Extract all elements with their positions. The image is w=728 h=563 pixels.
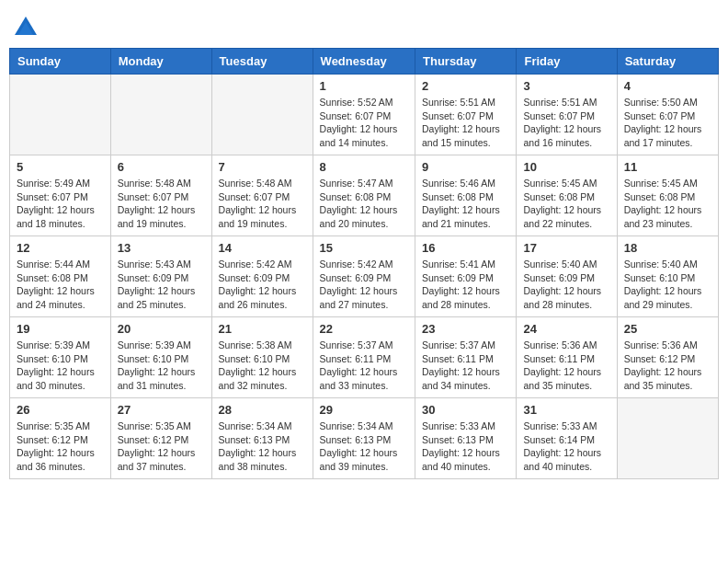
- calendar-cell: 30Sunrise: 5:33 AM Sunset: 6:13 PM Dayli…: [415, 398, 517, 479]
- day-number: 18: [624, 241, 711, 255]
- cell-content: Sunrise: 5:34 AM Sunset: 6:13 PM Dayligh…: [320, 419, 408, 474]
- cell-content: Sunrise: 5:39 AM Sunset: 6:10 PM Dayligh…: [17, 339, 104, 393]
- day-number: 8: [320, 160, 408, 174]
- logo-icon: [13, 15, 39, 40]
- cell-content: Sunrise: 5:39 AM Sunset: 6:10 PM Dayligh…: [118, 339, 205, 393]
- day-number: 9: [422, 160, 509, 174]
- calendar-cell: [211, 75, 313, 155]
- day-number: 26: [17, 403, 104, 417]
- day-number: 3: [523, 79, 609, 93]
- cell-content: Sunrise: 5:37 AM Sunset: 6:11 PM Dayligh…: [320, 339, 408, 393]
- day-number: 15: [320, 241, 408, 255]
- calendar-cell: 26Sunrise: 5:35 AM Sunset: 6:12 PM Dayli…: [10, 398, 111, 479]
- calendar-cell: 14Sunrise: 5:42 AM Sunset: 6:09 PM Dayli…: [211, 236, 313, 317]
- cell-content: Sunrise: 5:44 AM Sunset: 6:08 PM Dayligh…: [17, 258, 104, 312]
- calendar-cell: 21Sunrise: 5:38 AM Sunset: 6:10 PM Dayli…: [211, 317, 313, 398]
- calendar-cell: 4Sunrise: 5:50 AM Sunset: 6:07 PM Daylig…: [617, 75, 718, 155]
- cell-content: Sunrise: 5:33 AM Sunset: 6:14 PM Dayligh…: [523, 419, 609, 474]
- col-header-tuesday: Tuesday: [211, 49, 313, 75]
- day-number: 7: [219, 160, 306, 174]
- calendar-cell: 20Sunrise: 5:39 AM Sunset: 6:10 PM Dayli…: [110, 317, 211, 398]
- day-number: 2: [422, 79, 509, 93]
- day-number: 20: [118, 322, 205, 336]
- calendar-cell: 13Sunrise: 5:43 AM Sunset: 6:09 PM Dayli…: [110, 236, 211, 317]
- day-number: 30: [422, 403, 509, 417]
- week-row-3: 12Sunrise: 5:44 AM Sunset: 6:08 PM Dayli…: [10, 236, 719, 317]
- header-row: SundayMondayTuesdayWednesdayThursdayFrid…: [10, 49, 719, 75]
- week-row-2: 5Sunrise: 5:49 AM Sunset: 6:07 PM Daylig…: [10, 155, 719, 236]
- calendar-cell: 29Sunrise: 5:34 AM Sunset: 6:13 PM Dayli…: [313, 398, 415, 479]
- cell-content: Sunrise: 5:51 AM Sunset: 6:07 PM Dayligh…: [422, 96, 509, 150]
- cell-content: Sunrise: 5:51 AM Sunset: 6:07 PM Dayligh…: [523, 96, 609, 150]
- calendar-cell: 5Sunrise: 5:49 AM Sunset: 6:07 PM Daylig…: [10, 155, 111, 236]
- cell-content: Sunrise: 5:36 AM Sunset: 6:12 PM Dayligh…: [624, 339, 711, 393]
- cell-content: Sunrise: 5:46 AM Sunset: 6:08 PM Dayligh…: [422, 177, 509, 231]
- cell-content: Sunrise: 5:41 AM Sunset: 6:09 PM Dayligh…: [422, 258, 509, 312]
- col-header-wednesday: Wednesday: [313, 49, 415, 75]
- calendar-cell: 27Sunrise: 5:35 AM Sunset: 6:12 PM Dayli…: [110, 398, 211, 479]
- cell-content: Sunrise: 5:37 AM Sunset: 6:11 PM Dayligh…: [422, 339, 509, 393]
- day-number: 14: [219, 241, 306, 255]
- calendar-cell: 12Sunrise: 5:44 AM Sunset: 6:08 PM Dayli…: [10, 236, 111, 317]
- calendar-cell: 24Sunrise: 5:36 AM Sunset: 6:11 PM Dayli…: [517, 317, 617, 398]
- cell-content: Sunrise: 5:35 AM Sunset: 6:12 PM Dayligh…: [118, 419, 205, 474]
- cell-content: Sunrise: 5:45 AM Sunset: 6:08 PM Dayligh…: [624, 177, 711, 231]
- col-header-monday: Monday: [110, 49, 211, 75]
- day-number: 21: [219, 322, 306, 336]
- cell-content: Sunrise: 5:42 AM Sunset: 6:09 PM Dayligh…: [219, 258, 306, 312]
- calendar-cell: 11Sunrise: 5:45 AM Sunset: 6:08 PM Dayli…: [617, 155, 718, 236]
- day-number: 4: [624, 79, 711, 93]
- calendar-cell: 7Sunrise: 5:48 AM Sunset: 6:07 PM Daylig…: [211, 155, 313, 236]
- cell-content: Sunrise: 5:34 AM Sunset: 6:13 PM Dayligh…: [219, 419, 306, 474]
- cell-content: Sunrise: 5:49 AM Sunset: 6:07 PM Dayligh…: [17, 177, 104, 231]
- cell-content: Sunrise: 5:52 AM Sunset: 6:07 PM Dayligh…: [320, 96, 408, 150]
- calendar-table: SundayMondayTuesdayWednesdayThursdayFrid…: [9, 48, 719, 479]
- col-header-thursday: Thursday: [415, 49, 517, 75]
- day-number: 25: [624, 322, 711, 336]
- calendar-cell: [617, 398, 718, 479]
- cell-content: Sunrise: 5:48 AM Sunset: 6:07 PM Dayligh…: [219, 177, 306, 231]
- cell-content: Sunrise: 5:43 AM Sunset: 6:09 PM Dayligh…: [118, 258, 205, 312]
- cell-content: Sunrise: 5:42 AM Sunset: 6:09 PM Dayligh…: [320, 258, 408, 312]
- logo: [13, 15, 40, 40]
- day-number: 5: [17, 160, 104, 174]
- calendar-cell: 22Sunrise: 5:37 AM Sunset: 6:11 PM Dayli…: [313, 317, 415, 398]
- cell-content: Sunrise: 5:45 AM Sunset: 6:08 PM Dayligh…: [523, 177, 609, 231]
- cell-content: Sunrise: 5:48 AM Sunset: 6:07 PM Dayligh…: [118, 177, 205, 231]
- day-number: 24: [523, 322, 609, 336]
- calendar-cell: 10Sunrise: 5:45 AM Sunset: 6:08 PM Dayli…: [517, 155, 617, 236]
- calendar-cell: 28Sunrise: 5:34 AM Sunset: 6:13 PM Dayli…: [211, 398, 313, 479]
- day-number: 19: [17, 322, 104, 336]
- week-row-1: 1Sunrise: 5:52 AM Sunset: 6:07 PM Daylig…: [10, 75, 719, 155]
- calendar-cell: 8Sunrise: 5:47 AM Sunset: 6:08 PM Daylig…: [313, 155, 415, 236]
- day-number: 27: [118, 403, 205, 417]
- col-header-friday: Friday: [517, 49, 617, 75]
- day-number: 1: [320, 79, 408, 93]
- day-number: 13: [118, 241, 205, 255]
- day-number: 11: [624, 160, 711, 174]
- col-header-saturday: Saturday: [617, 49, 718, 75]
- col-header-sunday: Sunday: [10, 49, 111, 75]
- day-number: 31: [523, 403, 609, 417]
- day-number: 22: [320, 322, 408, 336]
- calendar-cell: 15Sunrise: 5:42 AM Sunset: 6:09 PM Dayli…: [313, 236, 415, 317]
- day-number: 29: [320, 403, 408, 417]
- cell-content: Sunrise: 5:47 AM Sunset: 6:08 PM Dayligh…: [320, 177, 408, 231]
- page-header: [9, 9, 719, 40]
- day-number: 23: [422, 322, 509, 336]
- calendar-cell: 31Sunrise: 5:33 AM Sunset: 6:14 PM Dayli…: [517, 398, 617, 479]
- calendar-cell: [110, 75, 211, 155]
- day-number: 16: [422, 241, 509, 255]
- calendar-cell: 2Sunrise: 5:51 AM Sunset: 6:07 PM Daylig…: [415, 75, 517, 155]
- cell-content: Sunrise: 5:35 AM Sunset: 6:12 PM Dayligh…: [17, 419, 104, 474]
- calendar-cell: 3Sunrise: 5:51 AM Sunset: 6:07 PM Daylig…: [517, 75, 617, 155]
- week-row-5: 26Sunrise: 5:35 AM Sunset: 6:12 PM Dayli…: [10, 398, 719, 479]
- calendar-cell: 19Sunrise: 5:39 AM Sunset: 6:10 PM Dayli…: [10, 317, 111, 398]
- cell-content: Sunrise: 5:38 AM Sunset: 6:10 PM Dayligh…: [219, 339, 306, 393]
- calendar-cell: 9Sunrise: 5:46 AM Sunset: 6:08 PM Daylig…: [415, 155, 517, 236]
- calendar-cell: 25Sunrise: 5:36 AM Sunset: 6:12 PM Dayli…: [617, 317, 718, 398]
- day-number: 28: [219, 403, 306, 417]
- cell-content: Sunrise: 5:50 AM Sunset: 6:07 PM Dayligh…: [624, 96, 711, 150]
- calendar-cell: 18Sunrise: 5:40 AM Sunset: 6:10 PM Dayli…: [617, 236, 718, 317]
- week-row-4: 19Sunrise: 5:39 AM Sunset: 6:10 PM Dayli…: [10, 317, 719, 398]
